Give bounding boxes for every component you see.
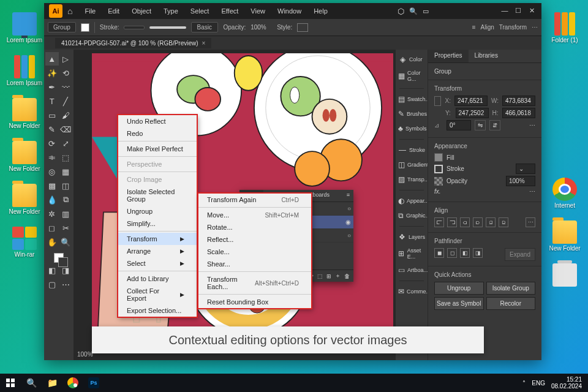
tool-hand[interactable]: ✋ <box>45 235 59 249</box>
home-icon[interactable]: ⌂ <box>67 6 72 16</box>
new-sublayer-icon[interactable]: ⊞ <box>326 273 331 279</box>
desktop-icon-binders[interactable]: Lorem Ipsum <box>6 55 43 86</box>
tool-eyedropper[interactable]: 💧 <box>45 193 59 206</box>
selection-type[interactable]: Group <box>48 22 76 32</box>
tool-pen[interactable]: ✒ <box>45 80 59 94</box>
tool-artboard[interactable]: ◻ <box>45 221 59 235</box>
dock-graphic-styles[interactable]: ⧉Graphic... <box>396 209 428 222</box>
dock-symbols[interactable]: ♣Symbols <box>396 123 428 135</box>
tray-expand-icon[interactable]: ˄ <box>522 380 526 386</box>
transform-y-input[interactable] <box>456 108 489 118</box>
menu-object[interactable]: Object <box>127 5 156 17</box>
menu-type[interactable]: Type <box>159 5 183 17</box>
ctx-collect-export[interactable]: Collect For Export▶ <box>118 285 197 304</box>
tool-symbol-spray[interactable]: ✲ <box>45 207 59 221</box>
ctx-transform-each[interactable]: Transform Each...Alt+Shift+Ctrl+D <box>198 273 311 293</box>
share-icon[interactable]: ⬡ <box>398 7 404 16</box>
style-swatch[interactable] <box>297 23 308 32</box>
dock-appearance[interactable]: ◐Appear... <box>396 195 428 207</box>
align-left-icon[interactable]: ⫍ <box>434 217 444 227</box>
qa-isolate-button[interactable]: Isolate Group <box>486 282 536 295</box>
desktop-icon-trash[interactable] <box>546 263 583 288</box>
dock-transparency[interactable]: ▨Transp... <box>396 173 428 186</box>
ctx-rotate[interactable]: Rotate... <box>198 221 311 233</box>
tool-width[interactable]: ⟚ <box>45 151 59 164</box>
close-button[interactable]: ✕ <box>526 7 538 15</box>
color-mode[interactable]: ◧ <box>45 263 59 277</box>
opacity-swatch[interactable] <box>434 177 443 186</box>
tool-shape-builder[interactable]: ◎ <box>45 165 59 178</box>
desktop-icon-folder[interactable]: New Folder <box>6 184 43 215</box>
flip-h-icon[interactable]: ⇋ <box>475 120 486 130</box>
tool-curvature[interactable]: 〰 <box>59 80 73 94</box>
tool-zoom[interactable]: 🔍 <box>59 235 73 249</box>
qa-save-symbol-button[interactable]: Save as Symbol <box>434 297 484 310</box>
opacity-value[interactable]: 100% <box>251 24 272 31</box>
dock-stroke[interactable]: —Stroke <box>396 144 428 156</box>
desktop-icon-folder[interactable]: New Folder <box>6 141 43 172</box>
ctx-transform[interactable]: Transform▶ <box>118 233 197 245</box>
more-transform-icon[interactable]: ⋯ <box>529 122 535 129</box>
transform-w-input[interactable] <box>502 96 535 106</box>
tool-magic-wand[interactable]: ✨ <box>45 66 59 80</box>
align-icon[interactable]: ≡ <box>472 24 476 31</box>
desktop-icon-pc[interactable]: Lorem Ipsum <box>6 12 43 43</box>
menu-window[interactable]: Window <box>273 5 306 17</box>
transform-label[interactable]: Transform <box>499 24 527 31</box>
edit-toolbar[interactable]: ⋯ <box>59 277 73 291</box>
desktop-icon-folder[interactable]: New Folder <box>6 98 43 129</box>
tool-perspective[interactable]: ▦ <box>59 165 73 178</box>
desktop-icon-folder[interactable]: New Folder <box>546 221 583 252</box>
fill-swatch[interactable] <box>434 153 443 162</box>
explorer-button[interactable]: 📁 <box>42 374 62 392</box>
menu-help[interactable]: Help <box>309 5 333 17</box>
tool-mesh[interactable]: ▩ <box>45 179 59 192</box>
ctx-isolate-group[interactable]: Isolate Selected Group <box>118 186 197 205</box>
dock-gradient[interactable]: ◫Gradient <box>396 159 428 171</box>
fill-swatch[interactable] <box>81 23 89 32</box>
dock-swatches[interactable]: ▤Swatch... <box>396 93 428 105</box>
ctx-arrange[interactable]: Arrange▶ <box>118 245 197 257</box>
align-top-icon[interactable]: ⫐ <box>473 217 483 227</box>
minimize-button[interactable]: — <box>499 7 511 15</box>
qa-recolor-button[interactable]: Recolor <box>486 297 536 310</box>
document-tab[interactable]: 410214-PDPGGI-507.ai* @ 100 % (RGB/Previ… <box>55 38 211 48</box>
new-layer-icon[interactable]: ＋ <box>335 272 341 280</box>
tool-selection[interactable]: ▲ <box>45 52 59 66</box>
ctx-simplify[interactable]: Simplify... <box>118 217 197 230</box>
tool-line[interactable]: ╱ <box>59 94 73 108</box>
chrome-button[interactable] <box>62 374 83 392</box>
brush-select[interactable]: Basic <box>191 22 218 32</box>
tool-eraser[interactable]: ⌫ <box>59 123 73 136</box>
pf-minus-front-icon[interactable]: ◻ <box>447 248 457 258</box>
desktop-icon-winrar[interactable]: Win-rar <box>6 227 43 258</box>
ctx-reset-bbox[interactable]: Reset Bounding Box <box>198 296 311 308</box>
dock-color-guide[interactable]: ▦Color G... <box>396 68 428 84</box>
tool-gradient[interactable]: ◫ <box>59 179 73 192</box>
align-right-icon[interactable]: ⫏ <box>460 217 470 227</box>
ctx-undo-reflect[interactable]: Undo Reflect <box>118 115 197 127</box>
fx-label[interactable]: fx. <box>434 188 441 195</box>
flip-v-icon[interactable]: ⇵ <box>489 120 500 130</box>
tool-graph[interactable]: ▥ <box>59 207 73 221</box>
dock-artboards[interactable]: ▭Artboa... <box>396 264 428 276</box>
tab-libraries[interactable]: Libraries <box>469 50 504 62</box>
pf-intersect-icon[interactable]: ◧ <box>460 248 470 258</box>
tool-direct-select[interactable]: ▷ <box>59 52 73 66</box>
dock-layers[interactable]: ❖Layers <box>396 231 428 243</box>
ctx-make-pixel-perfect[interactable]: Make Pixel Perfect <box>118 143 197 155</box>
ctx-shear[interactable]: Shear... <box>198 258 311 270</box>
opacity-select[interactable]: 100% <box>506 176 535 186</box>
tool-free-transform[interactable]: ⬚ <box>59 151 73 164</box>
ctx-select[interactable]: Select▶ <box>118 257 197 270</box>
dock-brushes[interactable]: ✎Brushes <box>396 108 428 120</box>
arrange-icon[interactable]: ▭ <box>423 7 429 15</box>
tool-blend[interactable]: ⧉ <box>59 193 73 206</box>
rotate-input[interactable] <box>447 120 471 130</box>
ctx-redo[interactable]: Redo <box>118 127 197 140</box>
screen-mode[interactable]: ▢ <box>45 277 59 291</box>
panel-menu-icon[interactable]: ≡ <box>343 190 353 202</box>
more-align-icon[interactable]: ⋯ <box>526 217 535 227</box>
more-options-icon[interactable]: ⋯ <box>532 24 538 31</box>
ctx-ungroup[interactable]: Ungroup <box>118 205 197 217</box>
